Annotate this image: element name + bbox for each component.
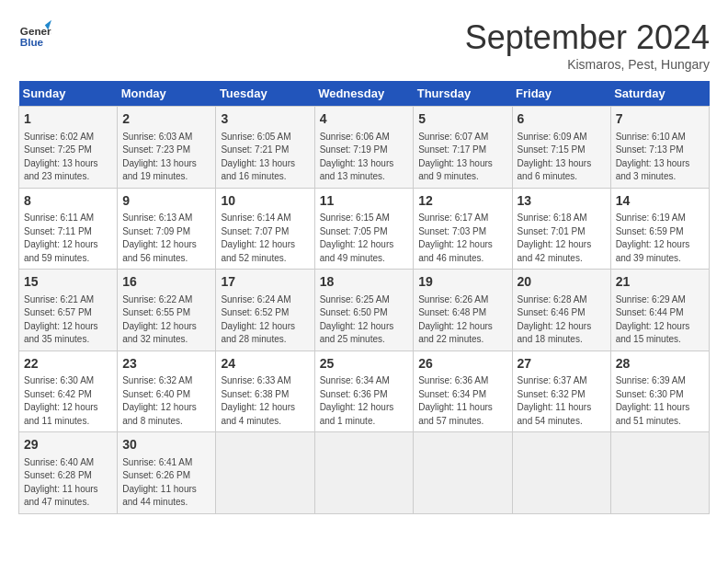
table-row: 10Sunrise: 6:14 AM Sunset: 7:07 PM Dayli… (216, 188, 314, 270)
col-saturday: Saturday (610, 81, 709, 107)
logo: General Blue (18, 18, 51, 52)
day-info: Sunrise: 6:10 AM Sunset: 7:13 PM Dayligh… (616, 131, 704, 184)
day-number: 15 (24, 273, 112, 292)
day-number: 18 (320, 273, 409, 292)
table-row: 29Sunrise: 6:40 AM Sunset: 6:28 PM Dayli… (19, 432, 118, 514)
day-number: 20 (518, 273, 606, 292)
table-row (512, 432, 610, 514)
table-row: 12Sunrise: 6:17 AM Sunset: 7:03 PM Dayli… (414, 188, 512, 270)
table-row: 23Sunrise: 6:32 AM Sunset: 6:40 PM Dayli… (118, 350, 216, 432)
day-info: Sunrise: 6:09 AM Sunset: 7:15 PM Dayligh… (518, 131, 606, 184)
day-info: Sunrise: 6:37 AM Sunset: 6:32 PM Dayligh… (518, 374, 606, 428)
day-number: 21 (616, 273, 704, 292)
day-info: Sunrise: 6:05 AM Sunset: 7:21 PM Dayligh… (221, 131, 309, 184)
day-number: 4 (320, 110, 409, 129)
table-row: 30Sunrise: 6:41 AM Sunset: 6:26 PM Dayli… (118, 432, 216, 514)
day-info: Sunrise: 6:32 AM Sunset: 6:40 PM Dayligh… (122, 374, 210, 428)
day-number: 22 (24, 355, 112, 373)
col-tuesday: Tuesday (216, 81, 314, 107)
table-row: 17Sunrise: 6:24 AM Sunset: 6:52 PM Dayli… (216, 270, 314, 351)
day-info: Sunrise: 6:21 AM Sunset: 6:57 PM Dayligh… (24, 293, 112, 347)
table-row: 20Sunrise: 6:28 AM Sunset: 6:46 PM Dayli… (512, 270, 610, 351)
day-number: 3 (221, 110, 309, 129)
day-info: Sunrise: 6:30 AM Sunset: 6:42 PM Dayligh… (24, 374, 112, 428)
day-number: 19 (418, 273, 506, 292)
table-row (314, 432, 414, 514)
day-info: Sunrise: 6:07 AM Sunset: 7:17 PM Dayligh… (418, 131, 506, 184)
day-info: Sunrise: 6:13 AM Sunset: 7:09 PM Dayligh… (122, 212, 210, 265)
table-row: 19Sunrise: 6:26 AM Sunset: 6:48 PM Dayli… (414, 270, 512, 351)
day-info: Sunrise: 6:24 AM Sunset: 6:52 PM Dayligh… (221, 293, 309, 347)
title-area: September 2024 Kismaros, Pest, Hungary (465, 18, 710, 72)
col-monday: Monday (118, 81, 216, 107)
day-info: Sunrise: 6:40 AM Sunset: 6:28 PM Dayligh… (24, 456, 112, 510)
day-number: 24 (221, 355, 309, 373)
table-row: 14Sunrise: 6:19 AM Sunset: 6:59 PM Dayli… (610, 188, 709, 270)
day-info: Sunrise: 6:06 AM Sunset: 7:19 PM Dayligh… (320, 131, 409, 184)
col-sunday: Sunday (19, 81, 118, 107)
table-row: 15Sunrise: 6:21 AM Sunset: 6:57 PM Dayli… (19, 270, 118, 351)
col-thursday: Thursday (414, 81, 512, 107)
table-row: 9Sunrise: 6:13 AM Sunset: 7:09 PM Daylig… (118, 188, 216, 270)
day-number: 13 (518, 192, 606, 211)
table-row: 11Sunrise: 6:15 AM Sunset: 7:05 PM Dayli… (314, 188, 414, 270)
day-info: Sunrise: 6:19 AM Sunset: 6:59 PM Dayligh… (616, 212, 704, 265)
location-subtitle: Kismaros, Pest, Hungary (465, 57, 710, 72)
day-number: 23 (122, 355, 210, 373)
day-info: Sunrise: 6:18 AM Sunset: 7:01 PM Dayligh… (518, 212, 606, 265)
table-row: 18Sunrise: 6:25 AM Sunset: 6:50 PM Dayli… (314, 270, 414, 351)
day-number: 29 (24, 436, 112, 454)
table-row: 26Sunrise: 6:36 AM Sunset: 6:34 PM Dayli… (414, 350, 512, 432)
table-row (414, 432, 512, 514)
table-row: 21Sunrise: 6:29 AM Sunset: 6:44 PM Dayli… (610, 270, 709, 351)
logo-icon: General Blue (18, 18, 51, 52)
header: General Blue September 2024 Kismaros, Pe… (18, 18, 710, 72)
day-info: Sunrise: 6:02 AM Sunset: 7:25 PM Dayligh… (24, 131, 112, 184)
day-info: Sunrise: 6:39 AM Sunset: 6:30 PM Dayligh… (616, 374, 704, 428)
table-row: 16Sunrise: 6:22 AM Sunset: 6:55 PM Dayli… (118, 270, 216, 351)
day-info: Sunrise: 6:41 AM Sunset: 6:26 PM Dayligh… (122, 456, 210, 510)
calendar-table: Sunday Monday Tuesday Wednesday Thursday… (18, 81, 710, 514)
month-title: September 2024 (465, 18, 710, 57)
table-row: 5Sunrise: 6:07 AM Sunset: 7:17 PM Daylig… (414, 107, 512, 189)
calendar-week-3: 15Sunrise: 6:21 AM Sunset: 6:57 PM Dayli… (19, 270, 710, 351)
table-row: 22Sunrise: 6:30 AM Sunset: 6:42 PM Dayli… (19, 350, 118, 432)
day-number: 10 (221, 192, 309, 211)
calendar-week-1: 1Sunrise: 6:02 AM Sunset: 7:25 PM Daylig… (19, 107, 710, 189)
day-info: Sunrise: 6:26 AM Sunset: 6:48 PM Dayligh… (418, 293, 506, 347)
day-number: 6 (518, 110, 606, 129)
day-info: Sunrise: 6:22 AM Sunset: 6:55 PM Dayligh… (122, 293, 210, 347)
table-row: 3Sunrise: 6:05 AM Sunset: 7:21 PM Daylig… (216, 107, 314, 189)
day-number: 1 (24, 110, 112, 129)
day-number: 30 (122, 436, 210, 454)
day-info: Sunrise: 6:25 AM Sunset: 6:50 PM Dayligh… (320, 293, 409, 347)
col-friday: Friday (512, 81, 610, 107)
table-row: 27Sunrise: 6:37 AM Sunset: 6:32 PM Dayli… (512, 350, 610, 432)
table-row: 24Sunrise: 6:33 AM Sunset: 6:38 PM Dayli… (216, 350, 314, 432)
day-number: 16 (122, 273, 210, 292)
table-row: 25Sunrise: 6:34 AM Sunset: 6:36 PM Dayli… (314, 350, 414, 432)
calendar-week-2: 8Sunrise: 6:11 AM Sunset: 7:11 PM Daylig… (19, 188, 710, 270)
table-row: 28Sunrise: 6:39 AM Sunset: 6:30 PM Dayli… (610, 350, 709, 432)
day-info: Sunrise: 6:33 AM Sunset: 6:38 PM Dayligh… (221, 374, 309, 428)
table-row: 7Sunrise: 6:10 AM Sunset: 7:13 PM Daylig… (610, 107, 709, 189)
table-row: 2Sunrise: 6:03 AM Sunset: 7:23 PM Daylig… (118, 107, 216, 189)
calendar-week-5: 29Sunrise: 6:40 AM Sunset: 6:28 PM Dayli… (19, 432, 710, 514)
day-number: 28 (616, 355, 704, 373)
day-number: 7 (616, 110, 704, 129)
day-number: 5 (418, 110, 506, 129)
day-info: Sunrise: 6:15 AM Sunset: 7:05 PM Dayligh… (320, 212, 409, 265)
day-number: 11 (320, 192, 409, 211)
day-number: 17 (221, 273, 309, 292)
col-wednesday: Wednesday (314, 81, 414, 107)
table-row: 1Sunrise: 6:02 AM Sunset: 7:25 PM Daylig… (19, 107, 118, 189)
day-number: 2 (122, 110, 210, 129)
table-row: 13Sunrise: 6:18 AM Sunset: 7:01 PM Dayli… (512, 188, 610, 270)
day-info: Sunrise: 6:14 AM Sunset: 7:07 PM Dayligh… (221, 212, 309, 265)
header-row: Sunday Monday Tuesday Wednesday Thursday… (19, 81, 710, 107)
table-row: 6Sunrise: 6:09 AM Sunset: 7:15 PM Daylig… (512, 107, 610, 189)
table-row (216, 432, 314, 514)
day-info: Sunrise: 6:17 AM Sunset: 7:03 PM Dayligh… (418, 212, 506, 265)
day-info: Sunrise: 6:36 AM Sunset: 6:34 PM Dayligh… (418, 374, 506, 428)
day-info: Sunrise: 6:28 AM Sunset: 6:46 PM Dayligh… (518, 293, 606, 347)
